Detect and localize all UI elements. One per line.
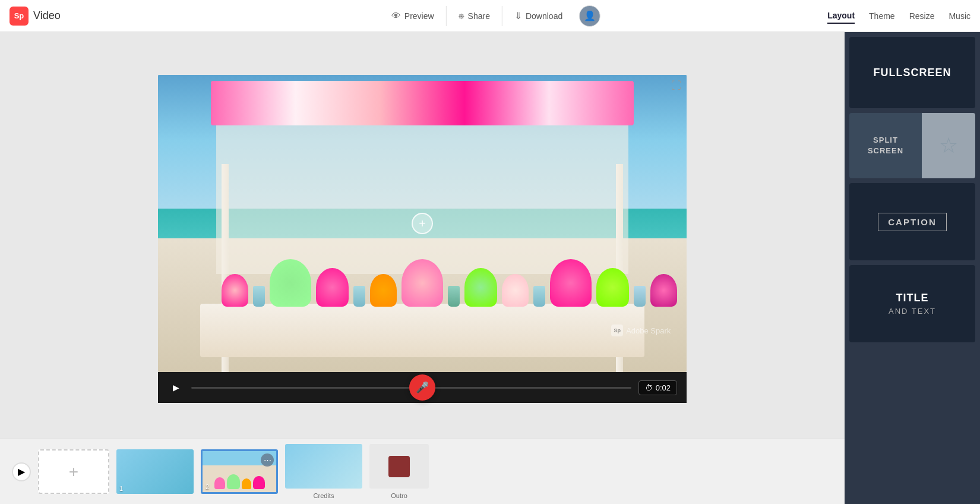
vase xyxy=(448,286,460,307)
flower-arrangement xyxy=(550,259,592,307)
slide-thumbnail-outro[interactable] xyxy=(369,444,429,489)
credits-label: Credits xyxy=(314,492,334,499)
flower-arch xyxy=(211,81,634,125)
share-icon: ⎈ xyxy=(459,11,464,21)
thumb-flower xyxy=(214,477,225,489)
timeline-play-button[interactable]: ▶ xyxy=(12,462,31,481)
add-icon: + xyxy=(69,462,78,481)
app-title: Video xyxy=(33,10,61,22)
share-button[interactable]: ⎈ Share xyxy=(447,6,502,26)
add-content-button[interactable]: + xyxy=(412,213,433,234)
nav-layout[interactable]: Layout xyxy=(827,8,855,24)
slide-1-col: 1 xyxy=(116,449,194,494)
clock-icon: ⏱ xyxy=(645,383,653,392)
layout-fullscreen-option[interactable]: FULLSCREEN xyxy=(849,37,975,108)
thumb-flower xyxy=(253,476,265,489)
download-icon: ⇓ xyxy=(514,10,522,21)
fullscreen-label: FULLSCREEN xyxy=(874,67,951,79)
flower-arrangement xyxy=(370,274,397,307)
star-icon: ☆ xyxy=(939,133,958,158)
video-container: ⛶ xyxy=(0,32,845,439)
watermark-logo: Sp xyxy=(611,325,623,336)
vase xyxy=(253,286,265,307)
app-header: Sp Video 👁 Preview ⎈ Share ⇓ Download 👤 … xyxy=(0,0,980,32)
add-slide-button[interactable]: + xyxy=(38,449,109,494)
slide-number-2: 2 xyxy=(206,483,209,490)
watermark-text: Adobe Spark xyxy=(626,326,671,335)
canvas-area: ⛶ xyxy=(0,32,845,504)
slide-thumbnail-2[interactable]: ⋯ 2 xyxy=(201,449,278,494)
outro-label: Outro xyxy=(391,492,407,499)
title-label: TITLE xyxy=(896,292,929,304)
flower-arrangement xyxy=(596,268,629,307)
nav-music[interactable]: Music xyxy=(949,9,970,23)
nav-theme[interactable]: Theme xyxy=(869,9,895,23)
download-label: Download xyxy=(526,11,562,21)
layout-split-screen-option[interactable]: SPLITSCREEN ☆ xyxy=(849,113,975,178)
layout-caption-option[interactable]: CAPTION xyxy=(849,183,975,260)
caption-label: CAPTION xyxy=(878,213,947,231)
watermark: Sp Adobe Spark xyxy=(611,325,671,336)
preview-label: Preview xyxy=(404,11,434,21)
video-frame: + Sp Adobe Spark xyxy=(158,75,687,372)
nav-resize[interactable]: Resize xyxy=(909,9,935,23)
vase xyxy=(533,286,545,307)
expand-icon[interactable]: ⛶ xyxy=(671,80,682,92)
flower-arrangement xyxy=(650,274,677,307)
split-screen-label: SPLITSCREEN xyxy=(868,135,903,156)
slide-thumbnail-credits[interactable] xyxy=(285,444,362,489)
flower-arrangement xyxy=(270,259,311,307)
thumb-flower xyxy=(242,478,251,489)
flower-arrangement xyxy=(502,274,529,307)
preview-icon: 👁 xyxy=(391,11,401,21)
flower-arrangement xyxy=(402,259,443,307)
split-right-pane: ☆ xyxy=(922,113,975,178)
play-button[interactable]: ▶ xyxy=(167,379,184,396)
download-button[interactable]: ⇓ Download xyxy=(502,5,574,26)
flower-arrangement xyxy=(222,274,248,307)
thumb-flower xyxy=(227,474,240,489)
right-panel: FULLSCREEN SPLITSCREEN ☆ CAPTION TITLE A… xyxy=(845,32,980,504)
main-content: ⛶ xyxy=(0,32,980,504)
flower-arrangement xyxy=(316,268,349,307)
credits-col: Credits xyxy=(285,444,362,499)
slide-number-1: 1 xyxy=(119,485,123,492)
outro-col: Outro xyxy=(369,444,429,499)
slide-2-col: ⋯ 2 xyxy=(201,449,278,494)
slide-options-button[interactable]: ⋯ xyxy=(261,453,274,467)
user-avatar[interactable]: 👤 xyxy=(579,5,600,27)
sp-logo: Sp xyxy=(10,7,29,26)
outro-icon xyxy=(388,456,410,477)
layout-title-text-option[interactable]: TITLE AND TEXT xyxy=(849,265,975,342)
video-wrapper: ⛶ xyxy=(158,75,687,396)
vase xyxy=(353,286,365,307)
wedding-scene: + Sp Adobe Spark xyxy=(158,75,687,372)
share-label: Share xyxy=(468,11,490,21)
header-right-nav: Layout Theme Resize Music xyxy=(827,8,970,24)
mic-button[interactable]: 🎤 xyxy=(409,374,435,401)
video-controls-bar: ▶ 🎤 ⏱ 0:02 xyxy=(158,372,687,403)
vase xyxy=(634,286,646,307)
header-center-nav: 👁 Preview ⎈ Share ⇓ Download 👤 xyxy=(380,5,600,27)
split-left-pane: SPLITSCREEN xyxy=(849,113,922,178)
table-flowers xyxy=(222,188,644,307)
logo-area: Sp Video xyxy=(10,7,116,26)
time-value: 0:02 xyxy=(656,383,671,392)
and-text-label: AND TEXT xyxy=(889,307,936,316)
flower-arrangement xyxy=(464,268,497,307)
table-surface xyxy=(200,304,644,357)
preview-button[interactable]: 👁 Preview xyxy=(380,6,447,26)
timeline-strip: ▶ + 1 ⋯ 2 xyxy=(0,439,845,504)
slide-thumbnail-1[interactable]: 1 xyxy=(116,449,194,494)
time-display: ⏱ 0:02 xyxy=(638,380,677,395)
